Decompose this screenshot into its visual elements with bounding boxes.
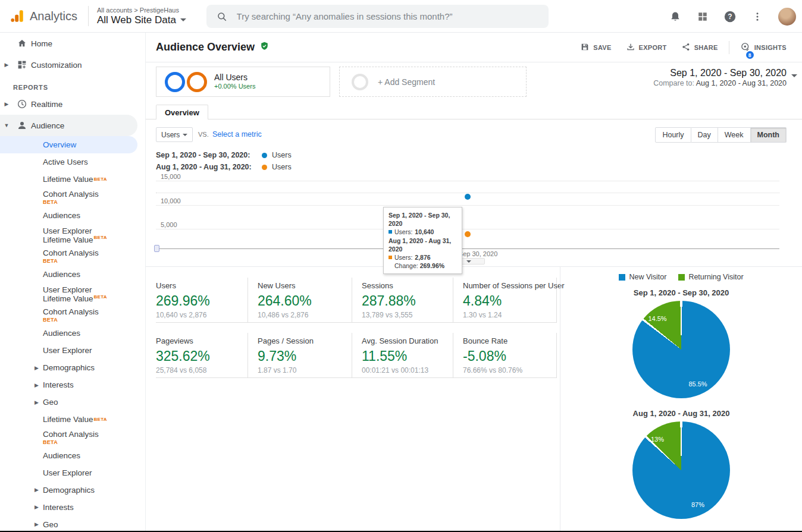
sidebar-item-home[interactable]: Home xyxy=(0,33,145,54)
tooltip-period-2: Aug 1, 2020 - Aug 31, 2020 xyxy=(389,237,457,253)
sidebar-item-realtime[interactable]: ▶Realtime xyxy=(0,93,145,115)
sidebar-subitem-cohort-analysis[interactable]: Cohort AnalysisBETA xyxy=(0,247,145,266)
notifications-bell-icon[interactable] xyxy=(669,10,682,23)
help-icon[interactable]: ? xyxy=(723,10,737,23)
users-timeseries-chart[interactable]: 15,00010,0005,000 Sep 1, 2020 - Sep 30, … xyxy=(156,175,779,249)
metric-card-avg-session-duration[interactable]: Avg. Session Duration11.55%00:01:21 vs 0… xyxy=(352,333,453,378)
data-point-current[interactable] xyxy=(465,194,471,200)
y-axis-tick: 15,000 xyxy=(161,173,181,180)
sidebar-subitem-cohort-analysis[interactable]: Cohort AnalysisBETA xyxy=(0,188,145,207)
export-button[interactable]: EXPORT xyxy=(620,39,673,56)
sidebar-subitem-lifetime-value[interactable]: Lifetime ValueBETA xyxy=(0,171,145,188)
home-icon xyxy=(13,38,31,49)
sidebar-subitem-active-users[interactable]: Active Users xyxy=(0,153,145,171)
chevron-down-icon xyxy=(466,260,471,263)
granularity-week[interactable]: Week xyxy=(718,127,751,143)
metric-card-bounce-rate[interactable]: Bounce Rate-5.08%76.66% vs 80.76% xyxy=(453,333,557,378)
chevron-right-icon[interactable]: ▶ xyxy=(0,101,13,107)
sidebar-subitem-audiences[interactable]: Audiences xyxy=(0,207,145,224)
metric-percent-change: 11.55% xyxy=(362,348,448,364)
tab-overview[interactable]: Overview xyxy=(156,105,208,119)
sidebar-subitem-label: Cohort Analysis xyxy=(43,248,99,257)
granularity-hourly[interactable]: Hourly xyxy=(655,127,691,143)
sidebar-subitem-user-explorer[interactable]: User Explorer xyxy=(0,342,145,359)
property-selector[interactable]: All accounts > PrestigeHaus All Web Site… xyxy=(97,7,186,26)
sidebar-subitem-label: Audiences xyxy=(43,270,80,279)
tooltip-series-2-label: Users: xyxy=(394,253,412,262)
svg-text:?: ? xyxy=(728,12,732,21)
sidebar-subitem-interests[interactable]: ▶Interests xyxy=(0,499,145,516)
main-content: Audience Overview SAVEEXPORTSHAREINSIGHT… xyxy=(146,33,802,531)
toolbar-button-label: INSIGHTS xyxy=(754,44,787,51)
metric-percent-change: 9.73% xyxy=(258,348,347,364)
chart-legend-row-2: Aug 1, 2020 - Aug 31, 2020:Users xyxy=(156,161,292,173)
sidebar-subitem-audiences[interactable]: Audiences xyxy=(0,447,145,464)
add-segment-label: + Add Segment xyxy=(378,77,435,87)
analytics-logo-icon xyxy=(10,8,25,24)
metric-card-number-of-sessions-per-user[interactable]: Number of Sessions per User4.84%1.30 vs … xyxy=(453,278,557,323)
date-range-picker[interactable]: Sep 1, 2020 - Sep 30, 2020 Compare to: A… xyxy=(653,67,787,89)
metric-card-pageviews[interactable]: Pageviews325.62%25,784 vs 6,058 xyxy=(156,333,248,378)
metric-card-pages-session[interactable]: Pages / Session9.73%1.87 vs 1.70 xyxy=(248,333,352,378)
metric-comparison-values: 1.87 vs 1.70 xyxy=(258,366,347,374)
legend-series-name: Users xyxy=(272,163,292,171)
user-avatar[interactable] xyxy=(778,8,796,26)
beta-badge: BETA xyxy=(43,199,145,205)
granularity-month[interactable]: Month xyxy=(751,127,787,143)
compare-dates: Aug 1, 2020 - Aug 31, 2020 xyxy=(696,79,787,87)
data-point-compare[interactable] xyxy=(465,231,471,237)
granularity-day[interactable]: Day xyxy=(691,127,718,143)
pie-title-1: Sep 1, 2020 - Sep 30, 2020 xyxy=(560,288,802,297)
visitor-pie-current[interactable]: 14.5%85.5% xyxy=(632,301,730,398)
sidebar-subitem-label: User Explorer xyxy=(43,285,145,294)
sidebar-subitem-overview[interactable]: Overview xyxy=(0,136,137,153)
sidebar-subitem-geo[interactable]: ▶Geo xyxy=(0,516,145,531)
chevron-right-icon[interactable]: ▶ xyxy=(0,62,13,68)
sidebar-subitem-lifetime-value[interactable]: Lifetime ValueBETA xyxy=(0,411,145,428)
section-divider xyxy=(146,266,802,267)
sidebar-item-label: Realtime xyxy=(31,100,62,109)
metric-select-dropdown[interactable]: Users xyxy=(156,127,193,142)
metric-card-new-users[interactable]: New Users264.60%10,486 vs 2,876 xyxy=(248,278,352,323)
sidebar-subitem-audiences[interactable]: Audiences xyxy=(0,325,145,342)
segment-all-users[interactable]: All Users +0.00% Users xyxy=(156,67,330,97)
select-a-metric-link[interactable]: Select a metric xyxy=(212,130,262,138)
sidebar-subitem-label: Geo xyxy=(43,520,58,529)
metric-card-users[interactable]: Users269.96%10,640 vs 2,876 xyxy=(156,278,248,323)
search-input[interactable] xyxy=(237,11,539,21)
sidebar-subitem-user-explorer-lifetime-value[interactable]: User ExplorerLifetime ValueBETA xyxy=(0,224,145,247)
insights-button[interactable]: INSIGHTS8 xyxy=(734,38,792,57)
add-segment-button[interactable]: + Add Segment xyxy=(339,67,527,97)
share-button[interactable]: SHARE xyxy=(675,39,724,56)
visitor-pie-compare[interactable]: 13%87% xyxy=(632,421,730,519)
sidebar-item-customization[interactable]: ▶Customization xyxy=(0,54,145,75)
search-bar[interactable] xyxy=(206,5,549,28)
sidebar-subitem-cohort-analysis[interactable]: Cohort AnalysisBETA xyxy=(0,306,145,325)
sidebar-subitem-audiences[interactable]: Audiences xyxy=(0,266,145,283)
apps-grid-icon[interactable] xyxy=(696,10,709,23)
beta-badge: BETA xyxy=(43,317,145,323)
legend-swatch xyxy=(678,274,685,281)
overflow-menu-icon[interactable] xyxy=(751,10,764,23)
metric-percent-change: -5.08% xyxy=(463,348,552,364)
sidebar-subitem-demographics[interactable]: ▶Demographics xyxy=(0,481,145,499)
sidebar-subitem-geo[interactable]: ▶Geo xyxy=(0,394,145,411)
save-button[interactable]: SAVE xyxy=(574,39,617,56)
sidebar-subitem-demographics[interactable]: ▶Demographics xyxy=(0,359,145,376)
analytics-logo[interactable]: Analytics xyxy=(0,8,88,24)
sidebar-subitem-user-explorer[interactable]: User Explorer xyxy=(0,464,145,481)
chevron-down-icon[interactable]: ▼ xyxy=(0,122,13,128)
timeline-slider-handle[interactable] xyxy=(154,245,159,252)
sidebar-subitem-label: Cohort Analysis xyxy=(43,190,99,199)
sidebar-item-audience[interactable]: ▼Audience xyxy=(0,115,137,136)
metric-card-sessions[interactable]: Sessions287.88%13,789 vs 3,555 xyxy=(352,278,453,323)
metric-scorecards: Users269.96%10,640 vs 2,876New Users264.… xyxy=(156,278,560,388)
sidebar-subitem-cohort-analysis[interactable]: Cohort AnalysisBETA xyxy=(0,428,145,447)
sidebar-subitem-user-explorer-lifetime-value[interactable]: User ExplorerLifetime ValueBETA xyxy=(0,283,145,306)
metric-percent-change: 269.96% xyxy=(156,293,243,309)
metric-label: Pages / Session xyxy=(258,336,347,345)
report-header: Audience Overview SAVEEXPORTSHAREINSIGHT… xyxy=(146,33,802,62)
metric-comparison-values: 10,640 vs 2,876 xyxy=(156,311,243,319)
sidebar-subitem-interests[interactable]: ▶Interests xyxy=(0,376,145,394)
sidebar-section-reports: REPORTS xyxy=(0,75,145,93)
